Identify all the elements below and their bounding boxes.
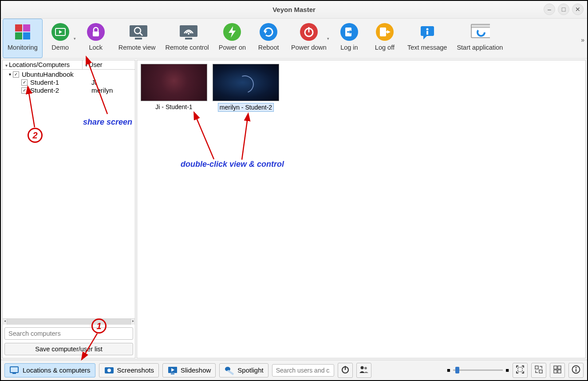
power-down-button[interactable]: Power down ▾ — [286, 19, 331, 58]
checkbox-root[interactable]: ✓ — [13, 71, 19, 78]
grid-button[interactable] — [550, 363, 565, 378]
computer-screen-preview — [213, 64, 279, 101]
save-list-button[interactable]: Save computer/user list — [4, 343, 133, 355]
tree-item-user: Ji — [91, 79, 96, 86]
svg-rect-3 — [23, 32, 30, 39]
scroll-track[interactable] — [7, 319, 130, 325]
tree-h-scrollbar[interactable]: ◂ ▸ — [3, 318, 135, 325]
slider-track[interactable] — [453, 369, 503, 371]
computer-thumb-student-2[interactable]: merilyn - Student-2 — [213, 64, 279, 112]
expand-icon[interactable]: ▾ — [9, 71, 11, 79]
spotlight-icon — [224, 365, 235, 375]
text-message-button[interactable]: Text message — [403, 19, 452, 58]
tree-item-student-2[interactable]: ✓ Student-2 merilyn — [4, 86, 133, 94]
close-button[interactable]: ✕ — [572, 4, 584, 15]
remote-view-label: Remote view — [118, 44, 156, 51]
svg-rect-51 — [518, 367, 522, 372]
tab-locations[interactable]: Locations & computers — [4, 363, 95, 377]
users-button[interactable] — [356, 363, 371, 378]
scroll-left-icon[interactable]: ◂ — [3, 319, 7, 325]
svg-rect-56 — [554, 366, 557, 369]
power-menu-button[interactable] — [338, 363, 353, 378]
lock-button[interactable]: Lock — [78, 19, 114, 58]
svg-rect-38 — [10, 367, 18, 373]
svg-point-49 — [360, 366, 363, 369]
tree-item-student-1[interactable]: ✓ Student-1 Ji — [4, 79, 133, 86]
remote-view-button[interactable]: Remote view — [114, 19, 161, 58]
computer-caption: merilyn - Student-2 — [218, 103, 274, 112]
power-on-icon — [222, 22, 242, 42]
power-on-label: Power on — [219, 44, 246, 51]
fit-button[interactable] — [513, 363, 528, 378]
tree-col-user[interactable]: ▾User — [83, 60, 105, 69]
log-off-label: Log off — [375, 44, 395, 51]
monitoring-button[interactable]: Monitoring — [3, 19, 43, 58]
power-down-dropdown-icon[interactable]: ▾ — [327, 36, 329, 41]
tab-slideshow[interactable]: Slideshow — [162, 363, 216, 377]
sort-button[interactable] — [531, 363, 546, 378]
log-in-label: Log in — [340, 44, 358, 51]
maximize-button[interactable]: □ — [558, 4, 569, 15]
tab-screenshots-label: Screenshots — [117, 366, 154, 374]
global-search-wrap — [272, 364, 334, 377]
toolbar-overflow-icon[interactable]: » — [581, 36, 584, 43]
checkbox-student-2[interactable]: ✓ — [21, 87, 28, 94]
computer-caption: Ji - Student-1 — [154, 103, 193, 111]
sort-icon — [534, 365, 543, 376]
remote-view-icon — [127, 22, 147, 42]
svg-marker-32 — [423, 36, 427, 39]
thumbnail-grid: Ji - Student-1 merilyn - Student-2 — [141, 64, 582, 112]
demo-dropdown-icon[interactable]: ▾ — [74, 36, 76, 41]
side-panel: ▾Locations/Computers ▾User ▾ ✓ UbuntuHan… — [2, 60, 135, 358]
zoom-in-icon: ■ — [505, 367, 509, 373]
tree-root-row[interactable]: ▾ ✓ UbuntuHandbook — [4, 71, 133, 79]
tree-header: ▾Locations/Computers ▾User — [3, 60, 135, 70]
power-on-button[interactable]: Power on — [214, 19, 251, 58]
tab-slideshow-label: Slideshow — [181, 366, 211, 374]
reboot-button[interactable]: Reboot — [251, 19, 286, 58]
info-button[interactable] — [568, 363, 584, 378]
locations-icon — [9, 365, 20, 375]
start-application-button[interactable]: Start application — [452, 19, 508, 58]
scroll-right-icon[interactable]: ▸ — [130, 319, 135, 325]
svg-rect-58 — [554, 370, 557, 373]
tab-spotlight[interactable]: Spotlight — [219, 363, 268, 377]
content-area: ▾Locations/Computers ▾User ▾ ✓ UbuntuHan… — [1, 59, 587, 360]
search-computers-input[interactable] — [4, 327, 133, 340]
log-in-button[interactable]: Log in — [331, 19, 367, 58]
tab-screenshots[interactable]: Screenshots — [99, 363, 159, 377]
tree-col-locations[interactable]: ▾Locations/Computers — [3, 60, 83, 69]
zoom-out-icon: ■ — [447, 367, 450, 373]
log-off-button[interactable]: Log off — [367, 19, 403, 58]
users-icon — [359, 365, 369, 376]
computer-thumb-student-1[interactable]: Ji - Student-1 — [141, 64, 207, 112]
checkbox-student-1[interactable]: ✓ — [21, 79, 28, 86]
slider-thumb[interactable] — [455, 367, 459, 373]
svg-rect-2 — [15, 32, 22, 39]
zoom-slider[interactable]: ■ ■ — [447, 366, 509, 375]
svg-rect-36 — [471, 24, 490, 27]
remote-control-label: Remote control — [166, 44, 209, 51]
svg-rect-44 — [171, 373, 174, 374]
svg-rect-59 — [558, 370, 561, 373]
svg-rect-34 — [426, 31, 428, 35]
svg-point-33 — [426, 28, 428, 31]
power-down-icon — [299, 22, 319, 42]
text-message-icon — [417, 22, 438, 42]
search-computer-wrap — [4, 327, 133, 340]
computer-tree[interactable]: ▾ ✓ UbuntuHandbook ✓ Student-1 Ji ✓ Stud… — [3, 70, 135, 318]
log-off-icon — [375, 22, 395, 42]
reboot-label: Reboot — [258, 44, 279, 51]
demo-button[interactable]: Demo ▾ — [43, 19, 78, 58]
fit-icon — [516, 365, 525, 376]
svg-rect-57 — [558, 366, 561, 369]
remote-control-button[interactable]: Remote control — [161, 19, 214, 58]
minimize-button[interactable]: – — [544, 4, 555, 15]
reboot-icon — [258, 22, 279, 42]
screenshots-icon — [104, 365, 114, 375]
info-icon — [572, 365, 580, 376]
tree-col-user-label: User — [89, 61, 103, 68]
search-users-input[interactable] — [272, 364, 334, 377]
log-in-icon — [339, 22, 359, 42]
svg-point-41 — [107, 369, 111, 372]
